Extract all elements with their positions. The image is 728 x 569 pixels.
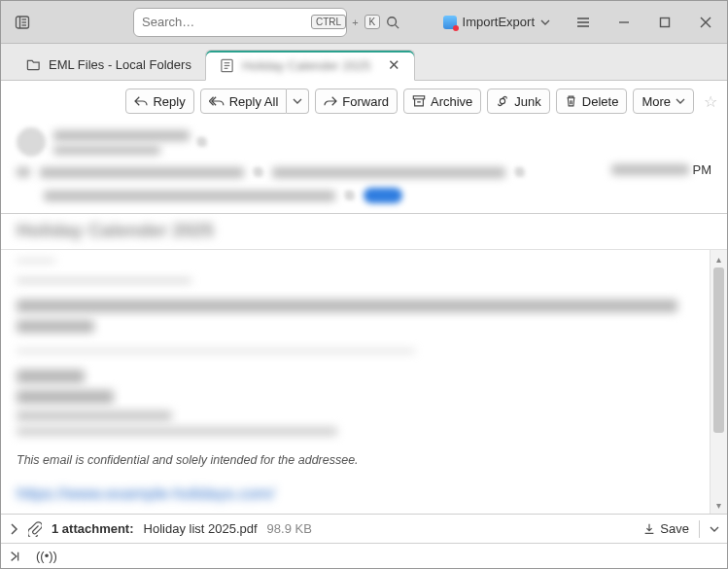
reply-button[interactable]: Reply — [125, 89, 193, 114]
delete-label: Delete — [582, 94, 619, 109]
svg-line-6 — [396, 24, 399, 28]
message-icon — [220, 58, 234, 73]
recipient-1 — [40, 167, 244, 178]
window-close-button[interactable] — [688, 7, 723, 38]
recipient-2 — [272, 167, 505, 178]
chevron-down-icon — [540, 18, 550, 27]
folder-icon — [26, 57, 41, 72]
reply-all-dropdown[interactable] — [287, 89, 309, 114]
message-header: ⧉ ⧉ ⧉ ⧉ PM — [1, 122, 727, 214]
save-attachment-button[interactable]: Save — [642, 521, 689, 536]
scroll-up-icon[interactable]: ▴ — [711, 250, 727, 267]
close-icon[interactable]: ✕ — [388, 56, 400, 74]
kbd-plus: + — [352, 17, 358, 28]
svg-point-19 — [501, 98, 505, 103]
svg-rect-18 — [413, 96, 424, 99]
junk-button[interactable]: Junk — [487, 89, 549, 114]
tabstrip: EML Files - Local Folders Holiday Calend… — [1, 44, 727, 81]
status-bar: ((•)) — [1, 543, 727, 568]
tab-message-label: Holiday Calender 2025 — [242, 58, 370, 73]
sender-email — [53, 146, 160, 155]
import-export-icon — [443, 16, 457, 29]
message-subject: Holiday Calender 2025 — [1, 214, 727, 249]
paperclip-icon — [28, 521, 42, 537]
body-line — [17, 427, 337, 436]
message-time: PM — [611, 162, 712, 177]
collapse-pane-button[interactable] — [9, 550, 22, 563]
delete-button[interactable]: Delete — [556, 89, 628, 114]
sender-name — [53, 130, 190, 141]
window-maximize-button[interactable] — [647, 7, 682, 38]
reply-all-label: Reply All — [229, 94, 279, 109]
more-label: More — [641, 94, 671, 109]
search-box[interactable]: CTRL + K — [133, 8, 347, 37]
app-menu-button[interactable] — [5, 7, 40, 38]
archive-label: Archive — [431, 94, 472, 109]
sync-status-icon[interactable]: ((•)) — [36, 549, 57, 563]
message-toolbar: Reply Reply All Forward Archive Junk Del… — [1, 81, 727, 122]
attachment-count: 1 attachment: — [52, 521, 134, 536]
to-label — [17, 167, 30, 177]
search-input[interactable] — [142, 15, 305, 29]
reply-label: Reply — [153, 94, 185, 109]
forward-label: Forward — [342, 94, 389, 109]
body-line — [17, 260, 55, 262]
contact-icon[interactable]: ⧉ — [345, 188, 354, 203]
chevron-down-icon — [676, 96, 685, 106]
import-export-button[interactable]: ImportExport — [433, 8, 560, 37]
expand-attachments[interactable] — [9, 523, 18, 535]
chevron-down-icon — [293, 96, 302, 106]
search-icon — [386, 16, 399, 29]
attachment-bar: 1 attachment: Holiday list 2025.pdf 98.9… — [1, 514, 727, 543]
hamburger-menu-button[interactable] — [566, 7, 601, 38]
junk-label: Junk — [514, 94, 540, 109]
message-body: This email is confidential and solely in… — [1, 249, 727, 514]
recipient-chip[interactable] — [364, 188, 402, 203]
reply-all-button[interactable]: Reply All — [200, 89, 288, 114]
body-line — [17, 300, 677, 312]
star-button[interactable]: ☆ — [704, 92, 717, 111]
body-line — [17, 370, 85, 383]
save-label: Save — [660, 521, 689, 536]
scroll-down-icon[interactable]: ▾ — [711, 496, 727, 514]
avatar — [17, 127, 46, 157]
contact-icon[interactable]: ⧉ — [197, 134, 206, 150]
tab-message[interactable]: Holiday Calender 2025 ✕ — [205, 50, 415, 81]
recipient-3 — [44, 191, 335, 201]
attachment-name[interactable]: Holiday list 2025.pdf — [144, 521, 258, 536]
contact-icon[interactable]: ⧉ — [254, 164, 262, 180]
kbd-ctrl: CTRL — [311, 15, 346, 29]
kbd-k: K — [364, 15, 381, 29]
disclaimer-text: This email is confidential and solely in… — [17, 453, 702, 467]
tab-folder-label: EML Files - Local Folders — [49, 57, 191, 72]
contact-icon[interactable]: ⧉ — [515, 164, 524, 180]
body-line — [17, 320, 94, 333]
body-link[interactable]: https://www.example-holidays.com/ — [17, 484, 702, 504]
body-line — [17, 410, 172, 421]
forward-button[interactable]: Forward — [315, 89, 398, 114]
download-icon — [642, 522, 656, 536]
import-export-label: ImportExport — [463, 15, 535, 29]
body-line — [17, 279, 191, 281]
attachment-size: 98.9 KB — [267, 521, 312, 536]
window-minimize-button[interactable] — [607, 7, 641, 38]
more-button[interactable]: More — [633, 89, 694, 114]
body-line — [17, 350, 415, 352]
scrollbar[interactable]: ▴ ▾ — [710, 250, 727, 514]
save-dropdown[interactable] — [710, 524, 719, 534]
body-line — [17, 390, 114, 404]
archive-button[interactable]: Archive — [403, 89, 481, 114]
svg-rect-11 — [661, 18, 670, 26]
scroll-thumb[interactable] — [713, 267, 724, 433]
time-pm: PM — [693, 162, 712, 177]
titlebar: CTRL + K ImportExport — [1, 1, 727, 44]
tab-folder[interactable]: EML Files - Local Folders — [13, 49, 205, 80]
svg-point-5 — [388, 17, 397, 25]
